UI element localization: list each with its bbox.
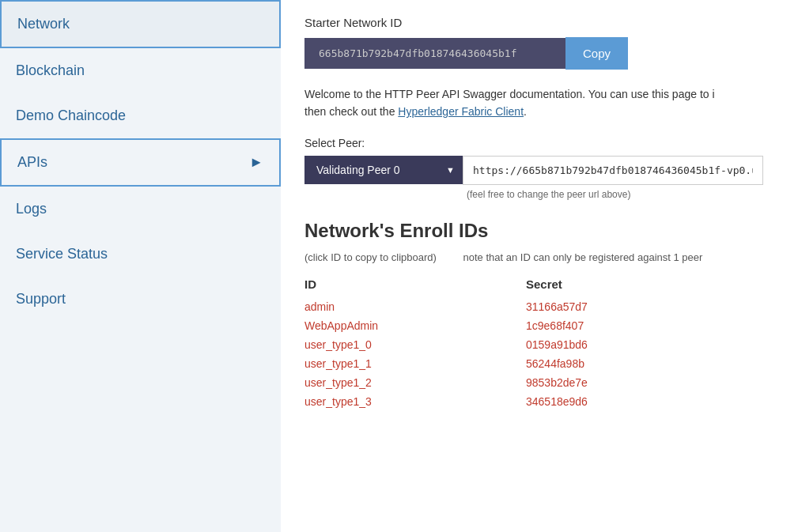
peer-select-wrapper: Validating Peer 0	[304, 156, 463, 184]
enroll-secret: 56244fa98b	[526, 354, 774, 373]
table-row: user_type1_3346518e9d6	[304, 392, 774, 411]
sidebar: Network Blockchain Demo Chaincode APIs ►…	[0, 0, 281, 532]
enroll-ids-hint2: note that an ID can only be registered a…	[463, 251, 703, 263]
description-line1: Welcome to the HTTP Peer API Swagger doc…	[304, 88, 715, 100]
enroll-table: ID Secret admin31166a57d7WebAppAdmin1c9e…	[304, 277, 774, 411]
peer-select[interactable]: Validating Peer 0	[304, 156, 463, 184]
starter-network-section: Starter Network ID 665b871b792b47dfb0187…	[304, 16, 774, 70]
enroll-id[interactable]: user_type1_3	[304, 392, 526, 411]
description-link-suffix: .	[524, 105, 527, 118]
enroll-secret: 0159a91bd6	[526, 335, 774, 354]
col-secret-header: Secret	[526, 277, 774, 297]
chevron-right-icon: ►	[249, 154, 263, 171]
sidebar-item-blockchain-label: Blockchain	[16, 62, 85, 79]
network-id-row: 665b871b792b47dfb018746436045b1f Copy	[304, 37, 774, 70]
hyperledger-link[interactable]: Hyperledger Fabric Client	[398, 105, 524, 118]
table-row: WebAppAdmin1c9e68f407	[304, 316, 774, 335]
enroll-id[interactable]: user_type1_0	[304, 335, 526, 354]
sidebar-item-logs-label: Logs	[16, 201, 47, 217]
table-row: user_type1_156244fa98b	[304, 354, 774, 373]
select-peer-section: Select Peer: Validating Peer 0 (feel fre…	[304, 137, 774, 200]
enroll-ids-section: Network's Enroll IDs (click ID to copy t…	[304, 220, 774, 411]
feel-free-text: (feel free to change the peer url above)	[467, 189, 774, 200]
enroll-secret: 31166a57d7	[526, 297, 774, 316]
enroll-secret: 9853b2de7e	[526, 373, 774, 392]
enroll-secret: 346518e9d6	[526, 392, 774, 411]
table-row: user_type1_00159a91bd6	[304, 335, 774, 354]
sidebar-item-service-status-label: Service Status	[16, 246, 108, 262]
enroll-id[interactable]: WebAppAdmin	[304, 316, 526, 335]
enroll-ids-hint1: (click ID to copy to clipboard)	[304, 251, 437, 263]
sidebar-item-support[interactable]: Support	[0, 277, 281, 322]
sidebar-item-network-label: Network	[17, 16, 70, 32]
peer-url-input[interactable]	[463, 156, 763, 185]
table-row: admin31166a57d7	[304, 297, 774, 316]
sidebar-item-demo-chaincode[interactable]: Demo Chaincode	[0, 93, 281, 138]
sidebar-item-apis[interactable]: APIs ►	[0, 138, 281, 187]
sidebar-item-service-status[interactable]: Service Status	[0, 232, 281, 277]
enroll-ids-hint: (click ID to copy to clipboard) note tha…	[304, 251, 774, 263]
description-line2: then check out the	[304, 105, 398, 118]
copy-button[interactable]: Copy	[565, 37, 628, 70]
select-peer-row: Validating Peer 0	[304, 156, 774, 185]
sidebar-item-logs[interactable]: Logs	[0, 187, 281, 232]
enroll-id[interactable]: admin	[304, 297, 526, 316]
enroll-secret: 1c9e68f407	[526, 316, 774, 335]
sidebar-item-network[interactable]: Network	[0, 0, 281, 48]
enroll-ids-title: Network's Enroll IDs	[304, 220, 774, 242]
network-id-display: 665b871b792b47dfb018746436045b1f	[304, 38, 565, 69]
description-text: Welcome to the HTTP Peer API Swagger doc…	[304, 85, 774, 121]
sidebar-item-demo-chaincode-label: Demo Chaincode	[16, 108, 126, 124]
sidebar-item-blockchain[interactable]: Blockchain	[0, 48, 281, 93]
enroll-id[interactable]: user_type1_2	[304, 373, 526, 392]
table-row: user_type1_29853b2de7e	[304, 373, 774, 392]
sidebar-item-apis-label: APIs	[17, 154, 47, 171]
enroll-id[interactable]: user_type1_1	[304, 354, 526, 373]
starter-network-label: Starter Network ID	[304, 16, 774, 29]
col-id-header: ID	[304, 277, 526, 297]
main-content: Starter Network ID 665b871b792b47dfb0187…	[281, 0, 798, 532]
sidebar-item-support-label: Support	[16, 291, 66, 308]
select-peer-label: Select Peer:	[304, 137, 774, 149]
